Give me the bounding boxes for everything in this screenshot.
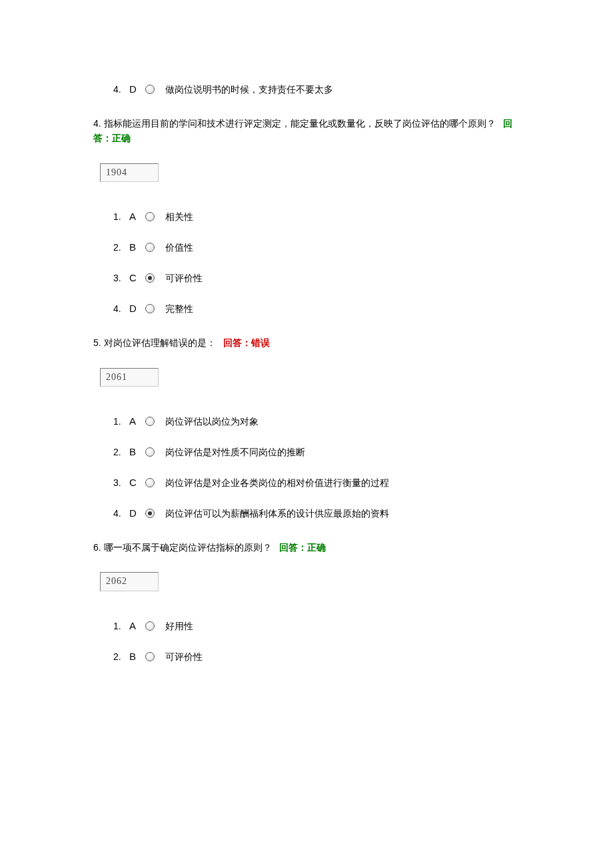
option-number: 1. [113,619,127,633]
radio-icon[interactable] [145,212,155,221]
option-number: 3. [113,475,127,490]
option-letter: C [129,270,143,286]
question-number: 4. [93,118,101,129]
answer-status: 回答：错误 [223,337,270,348]
option-row: 2.B岗位评估是对性质不同岗位的推断 [113,444,520,460]
option-number: 2. [113,445,127,459]
option-text: 做岗位说明书的时候，支持责任不要太多 [165,82,333,97]
question-4: 4. 指标能运用目前的学问和技术进行评定测定，能定量化或数量化，反映了岗位评估的… [93,116,520,146]
option-number: 1. [113,209,127,224]
option-row: 3.C可评价性 [113,270,520,286]
question-id-box: 1904 [100,163,159,182]
radio-icon[interactable] [145,304,155,313]
radio-icon[interactable] [145,652,155,661]
question-text: 哪一项不属于确定岗位评估指标的原则？ [104,542,272,553]
question-text: 对岗位评估理解错误的是： [104,337,216,348]
option-number: 3. [113,271,127,285]
option-row: 3.C岗位评估是对企业各类岗位的相对价值进行衡量的过程 [113,475,520,491]
question-6: 6. 哪一项不属于确定岗位评估指标的原则？ 回答：正确 [93,540,520,555]
radio-icon[interactable] [145,85,155,94]
option-text: 岗位评估是对企业各类岗位的相对价值进行衡量的过程 [165,475,389,490]
option-number: 4. [113,301,127,316]
radio-icon[interactable] [145,417,155,426]
option-letter: B [129,444,143,460]
option-row: 2.B价值性 [113,239,520,255]
question-5: 5. 对岗位评估理解错误的是： 回答：错误 [93,335,520,350]
radio-icon[interactable] [145,243,155,252]
option-letter: A [129,413,143,429]
options-group-q6: 1.A好用性2.B可评价性 [93,618,520,665]
options-group-q5: 1.A岗位评估以岗位为对象2.B岗位评估是对性质不同岗位的推断3.C岗位评估是对… [93,413,520,521]
radio-icon[interactable] [145,273,155,283]
option-row: 4.D岗位评估可以为薪酬福利体系的设计供应最原始的资料 [113,505,520,521]
options-group-q4: 1.A相关性2.B价值性3.C可评价性4.D完整性 [93,209,520,317]
option-text: 岗位评估以岗位为对象 [165,414,259,429]
question-id-box: 2062 [100,572,159,591]
option-text: 完整性 [165,301,193,316]
option-letter: D [129,81,143,97]
option-row: 4.D完整性 [113,301,520,317]
option-number: 2. [113,649,127,664]
question-number: 5. [93,337,101,348]
option-row: 1.A相关性 [113,209,520,225]
option-letter: C [129,475,143,491]
answer-status: 回答：正确 [279,542,326,553]
option-letter: A [129,618,143,634]
option-letter: B [129,649,143,665]
option-text: 可评价性 [165,649,203,664]
option-row: 1.A岗位评估以岗位为对象 [113,413,520,429]
option-number: 2. [113,240,127,255]
option-row: 1.A好用性 [113,618,520,634]
option-row: 4. D 做岗位说明书的时候，支持责任不要太多 [113,81,520,97]
option-letter: B [129,239,143,255]
radio-icon[interactable] [145,621,155,631]
option-number: 1. [113,414,127,429]
option-letter: A [129,209,143,225]
option-number: 4. [113,506,127,521]
question-text: 指标能运用目前的学问和技术进行评定测定，能定量化或数量化，反映了岗位评估的哪个原… [104,118,496,129]
question-number: 6. [93,542,101,553]
question-id-box: 2061 [100,368,159,387]
option-number: 4. [113,82,127,97]
option-letter: D [129,505,143,521]
option-text: 可评价性 [165,271,203,285]
option-text: 相关性 [165,209,193,224]
radio-icon[interactable] [145,478,155,487]
radio-icon[interactable] [145,447,155,457]
option-row: 2.B可评价性 [113,649,520,665]
option-text: 岗位评估是对性质不同岗位的推断 [165,445,305,459]
option-text: 价值性 [165,240,193,255]
option-text: 好用性 [165,619,193,633]
option-text: 岗位评估可以为薪酬福利体系的设计供应最原始的资料 [165,506,389,521]
radio-icon[interactable] [145,509,155,518]
option-letter: D [129,301,143,317]
